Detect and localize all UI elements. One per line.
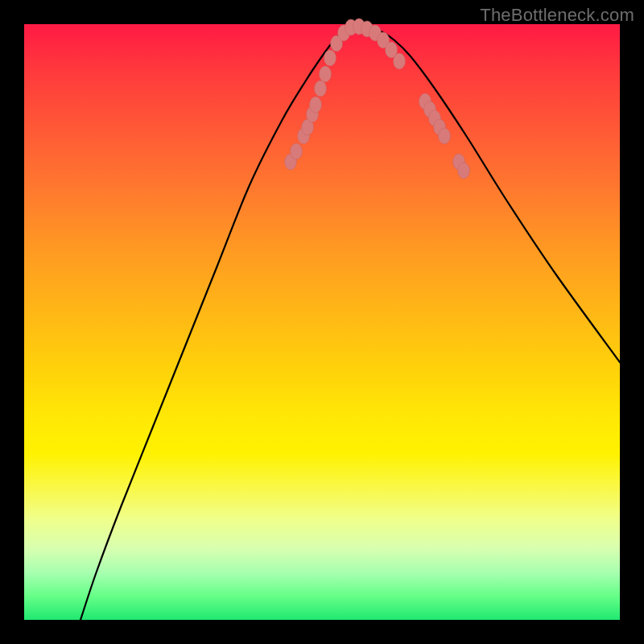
highlight-dot — [315, 80, 327, 97]
highlight-dot — [439, 128, 451, 144]
highlight-dot — [458, 163, 470, 179]
bottleneck-curve-right — [354, 26, 620, 362]
curve-svg — [24, 24, 620, 620]
highlight-dot — [291, 143, 303, 159]
highlight-dot — [324, 50, 336, 66]
highlight-dot — [310, 97, 322, 113]
chart-frame: TheBottleneck.com — [0, 0, 644, 644]
highlight-dot — [320, 66, 332, 82]
highlight-dot — [394, 53, 406, 69]
watermark-label: TheBottleneck.com — [480, 5, 634, 26]
plot-area — [24, 24, 620, 620]
